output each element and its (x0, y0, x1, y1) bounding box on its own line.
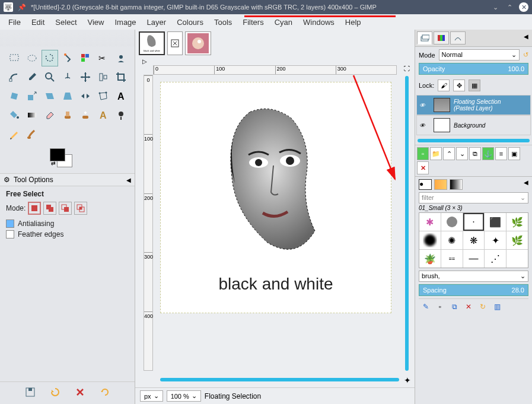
panel-menu-icon[interactable]: ◀ (126, 177, 131, 183)
menu-edit[interactable]: Edit (31, 18, 44, 27)
layer-background[interactable]: 👁 Background (416, 115, 531, 135)
zoom-tool[interactable] (42, 69, 58, 85)
maximize-button[interactable]: ⌃ (505, 2, 514, 12)
zoom-fit-icon[interactable]: ⛶ (404, 65, 410, 72)
new-group-button[interactable]: 📁 (430, 147, 442, 160)
visibility-icon[interactable]: 👁 (419, 102, 430, 109)
new-layer-button[interactable]: ▫ (417, 147, 429, 160)
fuzzy-select-tool[interactable] (59, 50, 76, 66)
image-tab-close[interactable] (167, 31, 183, 55)
close-button[interactable]: ✕ (519, 2, 528, 12)
mode-intersect[interactable] (74, 202, 87, 215)
fg-color[interactable] (50, 148, 65, 161)
color-select-tool[interactable] (77, 50, 94, 66)
pin-icon[interactable]: 📌 (18, 4, 26, 11)
perspective-tool[interactable] (59, 88, 76, 104)
save-preset-icon[interactable] (25, 387, 36, 399)
scissors-tool[interactable]: ✂ (95, 50, 112, 66)
brush-item[interactable]: 🌿 (506, 213, 528, 231)
edit-brush-button[interactable]: ✎ (420, 301, 432, 312)
lock-alpha[interactable]: ▦ (469, 79, 480, 91)
rotate-tool[interactable] (6, 88, 23, 104)
heal-tool[interactable] (77, 107, 94, 123)
move-tool[interactable] (77, 69, 94, 85)
gradients-tab[interactable] (450, 179, 463, 190)
open-as-image-button[interactable]: ▥ (491, 301, 503, 312)
brush-selector[interactable]: brush,⌄ (419, 271, 528, 282)
color-picker-tool[interactable] (24, 69, 40, 85)
minimize-button[interactable]: ⌄ (490, 2, 500, 12)
brush-item[interactable] (506, 250, 528, 268)
mode-reset-icon[interactable]: ↺ (523, 51, 528, 59)
brush-item[interactable]: ✱ (419, 213, 441, 231)
cage-tool[interactable] (95, 88, 112, 104)
menu-view[interactable]: View (88, 18, 104, 27)
dock-menu-icon[interactable]: ◀ (522, 31, 530, 44)
clone-tool[interactable] (59, 107, 76, 123)
pencil-tool[interactable] (6, 126, 23, 142)
layers-tab[interactable] (417, 31, 432, 44)
menu-windows[interactable]: Windows (303, 18, 335, 27)
refresh-brushes-button[interactable]: ↻ (477, 301, 489, 312)
delete-brush-button[interactable]: ✕ (463, 301, 474, 312)
anchor-layer-button[interactable]: ⚓ (482, 147, 494, 160)
quickmask-toggle[interactable]: ▷ (142, 58, 147, 65)
merge-layer-button[interactable]: ≡ (495, 147, 507, 160)
zoom-selector[interactable]: 100 %⌄ (167, 390, 201, 402)
brush-item[interactable]: ❋ (463, 231, 485, 249)
delete-layer-button[interactable]: ✕ (417, 161, 429, 174)
mode-subtract[interactable] (59, 202, 72, 215)
duplicate-brush-button[interactable]: ⧉ (448, 301, 460, 312)
menu-cyan[interactable]: Cyan (275, 18, 292, 27)
brush-item[interactable]: 🌿 (506, 231, 528, 249)
paths-tab[interactable] (450, 31, 466, 44)
menu-layer[interactable]: Layer (147, 18, 167, 27)
raise-layer-button[interactable]: ⌃ (443, 147, 455, 160)
align-tool[interactable] (95, 69, 112, 85)
brush-filter-input[interactable]: filter⌄ (419, 192, 528, 203)
brush-item[interactable]: ✺ (441, 231, 463, 249)
brush-item[interactable]: ⋰ (485, 250, 506, 268)
brush-item[interactable] (441, 213, 463, 231)
lock-pixels[interactable]: 🖌 (438, 79, 450, 91)
layers-scrollbar[interactable] (418, 139, 530, 142)
crop-tool[interactable] (113, 69, 129, 85)
opacity-slider[interactable]: Opacity 100.0 (419, 63, 528, 75)
feather-checkbox[interactable]: Feather edges (6, 230, 129, 238)
menu-tools[interactable]: Tools (214, 18, 232, 27)
swap-colors-icon[interactable]: ⇄ (51, 160, 56, 166)
brush-item[interactable]: 🪴 (419, 250, 441, 268)
ruler-vertical[interactable]: 0100200300400 (144, 75, 153, 371)
brush-item[interactable]: ✦ (485, 231, 506, 249)
reset-icon[interactable] (100, 387, 110, 399)
new-brush-button[interactable]: ▫ (434, 301, 446, 312)
layer-floating-selection[interactable]: 👁 Floating Selection(Pasted Layer) (416, 95, 531, 115)
restore-icon[interactable] (50, 387, 60, 399)
paths-tool[interactable] (6, 69, 23, 85)
color-swatch[interactable]: ⇄ (50, 148, 72, 167)
scrollbar-horizontal[interactable] (160, 378, 399, 381)
mask-button[interactable]: ▣ (508, 147, 520, 160)
paintbrush-tool[interactable] (24, 126, 40, 142)
antialiasing-checkbox[interactable]: Antialiasing (6, 220, 129, 228)
lock-position[interactable]: ✥ (453, 79, 465, 91)
image-tab-2[interactable] (185, 31, 211, 55)
menu-file[interactable]: File (8, 18, 21, 27)
mode-add[interactable] (43, 202, 56, 215)
dodge-tool[interactable] (113, 107, 129, 123)
unit-selector[interactable]: px⌄ (140, 390, 163, 402)
eraser-tool[interactable] (42, 107, 58, 123)
measure-tool[interactable] (59, 69, 76, 85)
scale-tool[interactable] (24, 88, 40, 104)
menu-filters[interactable]: Filters (243, 18, 263, 27)
menu-image[interactable]: Image (114, 18, 136, 27)
text-tool[interactable]: A (113, 88, 129, 104)
brush-item[interactable]: — (463, 250, 485, 268)
text-tool-2[interactable]: A (95, 107, 112, 123)
spacing-slider[interactable]: Spacing28.0 (419, 284, 528, 296)
brush-dock-menu-icon[interactable]: ◀ (524, 179, 528, 190)
free-select-tool[interactable] (42, 50, 58, 66)
duplicate-layer-button[interactable]: ⧉ (469, 147, 481, 160)
ellipse-select-tool[interactable] (24, 50, 40, 66)
brush-item[interactable]: ≡≡ (441, 250, 463, 268)
